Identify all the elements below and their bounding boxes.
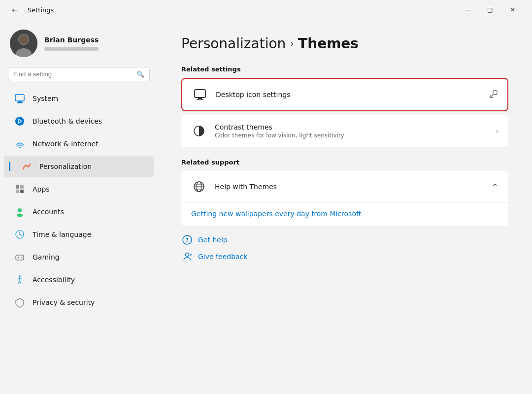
- search-icon: 🔍: [136, 70, 144, 78]
- back-button[interactable]: ←: [8, 3, 22, 17]
- avatar: [10, 30, 37, 57]
- desktop-icon-item[interactable]: Desktop icon settings: [182, 79, 507, 110]
- svg-rect-4: [15, 95, 24, 101]
- user-status-bar: [44, 47, 99, 51]
- bluetooth-icon: [14, 115, 26, 127]
- svg-point-14: [17, 214, 23, 217]
- sidebar-item-privacy[interactable]: Privacy & security: [4, 292, 154, 313]
- time-icon: [14, 229, 26, 240]
- sidebar-label-personalization: Personalization: [39, 163, 92, 170]
- sidebar-label-accessibility: Accessibility: [33, 276, 75, 284]
- chevron-right-icon: ›: [496, 127, 499, 135]
- breadcrumb-current: Themes: [298, 35, 359, 52]
- svg-rect-12: [20, 190, 24, 193]
- svg-point-21: [21, 257, 22, 258]
- sidebar-item-accessibility[interactable]: Accessibility: [4, 269, 154, 291]
- apps-icon: [14, 183, 26, 195]
- get-help-label: Get help: [198, 236, 228, 244]
- desktop-icon-title: Desktop icon settings: [216, 91, 291, 98]
- breadcrumb-parent[interactable]: Personalization: [181, 35, 286, 52]
- related-settings-label: Related settings: [181, 66, 508, 73]
- give-feedback-label: Give feedback: [198, 253, 247, 261]
- user-name: Brian Burgess: [44, 36, 99, 44]
- external-link-icon: [490, 90, 498, 99]
- active-indicator: [9, 162, 10, 171]
- help-themes-body: Getting new wallpapers every day from Mi…: [181, 203, 508, 226]
- sidebar-label-network: Network & internet: [33, 140, 99, 148]
- main-content: Personalization › Themes Related setting…: [158, 20, 532, 394]
- svg-rect-31: [493, 91, 497, 95]
- support-section: Related support Help with Themes ⌃: [181, 159, 508, 226]
- svg-rect-28: [195, 90, 205, 98]
- svg-rect-11: [16, 190, 19, 193]
- svg-point-13: [18, 208, 22, 212]
- wallpaper-link[interactable]: Getting new wallpapers every day from Mi…: [191, 210, 361, 218]
- sidebar-item-bluetooth[interactable]: Bluetooth & devices: [4, 110, 154, 132]
- sidebar-item-gaming[interactable]: Gaming: [4, 246, 154, 268]
- contrast-themes-item[interactable]: Contrast themes Color themes for low vis…: [181, 115, 508, 147]
- bottom-links: ? Get help Give feedback: [181, 234, 508, 263]
- help-themes-card: Help with Themes ⌃ Getting new wallpaper…: [181, 171, 508, 226]
- system-icon: [14, 93, 26, 104]
- svg-rect-18: [16, 255, 24, 260]
- search-input[interactable]: [13, 70, 133, 78]
- user-profile[interactable]: Brian Burgess: [0, 24, 158, 67]
- search-box[interactable]: 🔍: [8, 67, 150, 81]
- svg-rect-9: [16, 185, 19, 189]
- contrast-themes-text: Contrast themes Color themes for low vis…: [215, 123, 488, 139]
- svg-point-43: [186, 253, 189, 257]
- privacy-icon: [14, 296, 26, 308]
- sidebar-item-network[interactable]: Network & internet: [4, 133, 154, 155]
- svg-text:?: ?: [186, 237, 189, 243]
- svg-line-27: [20, 281, 21, 284]
- give-feedback-icon: [181, 251, 193, 263]
- svg-rect-5: [18, 101, 22, 102]
- network-icon: [14, 138, 26, 150]
- svg-rect-6: [17, 102, 23, 103]
- desktop-icon-card: Desktop icon settings: [181, 78, 508, 111]
- sidebar-item-system[interactable]: System: [4, 88, 154, 109]
- give-feedback-link[interactable]: Give feedback: [181, 251, 508, 263]
- sidebar-label-time: Time & language: [33, 230, 91, 238]
- svg-point-3: [19, 34, 29, 44]
- svg-line-32: [490, 95, 493, 98]
- window-controls: — □ ✕: [456, 0, 524, 20]
- sidebar-label-apps: Apps: [33, 185, 50, 193]
- svg-rect-30: [197, 99, 203, 100]
- svg-point-7: [15, 117, 24, 126]
- help-globe-icon: [191, 179, 207, 195]
- help-themes-header[interactable]: Help with Themes ⌃: [181, 171, 508, 203]
- accessibility-icon: [14, 274, 26, 286]
- close-button[interactable]: ✕: [501, 0, 524, 20]
- sidebar-label-accounts: Accounts: [33, 208, 64, 216]
- sidebar-label-system: System: [33, 95, 58, 102]
- accounts-icon: [14, 206, 26, 218]
- sidebar-item-personalization[interactable]: Personalization: [4, 156, 154, 177]
- contrast-themes-title: Contrast themes: [215, 123, 488, 131]
- maximize-button[interactable]: □: [479, 0, 501, 20]
- svg-point-23: [19, 275, 21, 277]
- breadcrumb-separator: ›: [290, 37, 294, 50]
- related-support-label: Related support: [181, 159, 508, 166]
- sidebar-label-privacy: Privacy & security: [33, 298, 95, 306]
- contrast-themes-subtitle: Color themes for low vision, light sensi…: [215, 132, 488, 139]
- get-help-icon: ?: [181, 234, 193, 246]
- help-themes-title: Help with Themes: [215, 183, 483, 191]
- sidebar-item-accounts[interactable]: Accounts: [4, 201, 154, 223]
- get-help-link[interactable]: ? Get help: [181, 234, 508, 246]
- breadcrumb: Personalization › Themes: [181, 35, 508, 52]
- svg-rect-29: [198, 98, 202, 99]
- svg-line-17: [20, 234, 22, 235]
- svg-rect-10: [20, 185, 24, 189]
- desktop-icon: [192, 87, 208, 102]
- user-info: Brian Burgess: [44, 36, 99, 51]
- svg-point-22: [22, 258, 23, 259]
- gaming-icon: [14, 251, 26, 263]
- app-title: Settings: [28, 6, 450, 14]
- sidebar-item-time[interactable]: Time & language: [4, 224, 154, 245]
- minimize-button[interactable]: —: [456, 0, 479, 20]
- sidebar-label-bluetooth: Bluetooth & devices: [33, 117, 102, 125]
- sidebar-item-apps[interactable]: Apps: [4, 178, 154, 200]
- svg-line-26: [18, 281, 20, 284]
- contrast-themes-card: Contrast themes Color themes for low vis…: [181, 115, 508, 147]
